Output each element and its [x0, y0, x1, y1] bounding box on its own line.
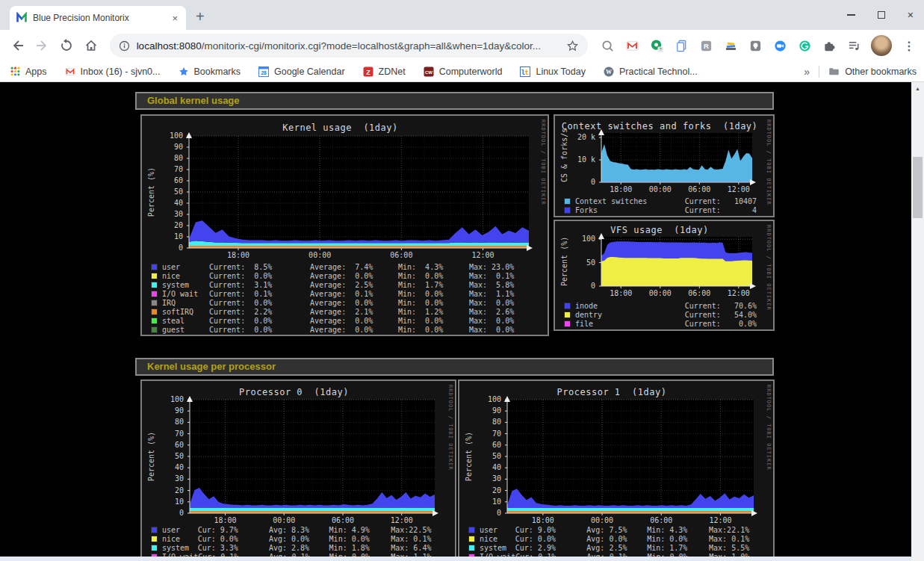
y-tick-label: 50 [459, 453, 501, 460]
y-tick-label: 70 [142, 166, 183, 173]
url-text[interactable]: localhost:8080/monitorix-cgi/monitorix.c… [137, 40, 559, 52]
svg-text:?: ? [659, 46, 662, 52]
y-tick-label: 0 [459, 509, 501, 517]
reload-button[interactable] [56, 35, 77, 56]
legend-swatch [151, 536, 158, 542]
bookmark-item-bookmarks[interactable]: Bookmarks [179, 66, 241, 77]
maximize-button[interactable] [878, 11, 885, 19]
legend-stat: Avg: 8.3% [269, 526, 329, 534]
bookmark-item-inbox[interactable]: Inbox (16) - sjvn0... [65, 66, 161, 77]
tab-close-icon[interactable]: × [170, 13, 180, 24]
bookmark-item-google-calendar[interactable]: 28 Google Calendar [258, 66, 345, 77]
grammarly-icon[interactable] [797, 38, 812, 53]
y-tick-label: 10 k [555, 156, 595, 164]
legend-stat: Current: 10407 [685, 197, 757, 205]
y-tick-label: 100 [142, 396, 184, 403]
kebab-menu-icon[interactable]: ⋮ [902, 38, 917, 53]
extensions-puzzle-icon[interactable] [822, 38, 837, 53]
legend-stat: Min: 1.8% [329, 544, 391, 552]
processor0-graph-panel[interactable]: Processor 0 (1day)Percent (%)01020304050… [140, 379, 456, 557]
legend-series-name: nice [162, 535, 198, 543]
zoom-icon[interactable] [772, 38, 787, 53]
forward-button[interactable] [32, 35, 53, 56]
y-tick-label: 60 [459, 441, 501, 449]
bookmark-item-linux-today[interactable]: lt Linux Today [520, 66, 586, 77]
legend-row-softirq: softIRQCurrent: 2.2%Average: 2.1%Min: 1.… [151, 307, 542, 316]
bookmarks-overflow-chevron[interactable]: » [804, 66, 810, 78]
bookmarks-bar: Apps Inbox (16) - sjvn0... Bookmarks 28 … [0, 61, 924, 82]
x-tick-label: 18:00 [521, 517, 565, 524]
y-tick-label: 80 [142, 155, 183, 162]
legend-stat: Min: 4.3% [398, 263, 469, 271]
legend-swatch [151, 264, 158, 270]
address-bar[interactable]: localhost:8080/monitorix-cgi/monitorix.c… [110, 34, 588, 58]
legend-series-name: steal [162, 317, 209, 325]
y-tick-label: 10 [459, 498, 501, 506]
y-tick-label: 90 [459, 407, 501, 415]
legend-series-name: system [162, 544, 198, 552]
page-info-icon[interactable] [119, 40, 130, 52]
back-button[interactable] [7, 35, 28, 56]
legend-stat: Average: 0.0% [310, 272, 398, 280]
browser-tab[interactable]: Blue Precision Monitorix × [10, 6, 186, 30]
books-icon[interactable] [723, 38, 738, 53]
close-button[interactable]: × [908, 9, 914, 21]
minimize-button[interactable] [847, 14, 855, 16]
legend-stat: Min: 1.2% [398, 308, 469, 316]
legend-row-system: systemCurrent: 3.1%Average: 2.5%Min: 1.7… [151, 280, 542, 289]
legend-swatch [468, 545, 475, 551]
context-switches-graph-panel[interactable]: Context switches and forks (1day)CS & fo… [554, 114, 775, 217]
home-button[interactable] [81, 35, 102, 56]
copy-docs-icon[interactable] [674, 38, 689, 53]
legend-stat: Min: 4.9% [329, 526, 391, 534]
legend-stat: Average: 0.0% [310, 299, 398, 307]
y-tick-label: 90 [142, 143, 183, 151]
bookmark-label: Linux Today [536, 66, 586, 77]
legend-series-name: user [162, 526, 198, 534]
graph-title: VFS usage (1day) [559, 225, 760, 235]
y-tick-label: 0 [555, 179, 595, 186]
y-tick-label: 90 [142, 407, 184, 415]
legend-stat: Max: 5.5% [709, 544, 767, 552]
bookmark-label: ZDNet [379, 66, 406, 77]
rrdtool-watermark: RRDTOOL / TOBI OETIKER [447, 385, 453, 471]
legend-stat: Cur: 0.0% [515, 535, 587, 543]
bookmark-item-apps[interactable]: Apps [10, 66, 47, 77]
x-tick-label: 00:00 [638, 290, 683, 297]
legend-swatch [151, 309, 158, 315]
bookmark-item-computerworld[interactable]: CW Computerworld [424, 66, 503, 77]
y-tick-label: 30 [459, 475, 501, 483]
page-scrollbar[interactable]: ▲ [911, 82, 924, 561]
new-tab-button[interactable]: + [196, 9, 205, 24]
bookmark-item-practical-technology[interactable]: W Practical Technol... [604, 66, 698, 77]
bookmark-item-zdnet[interactable]: Z ZDNet [363, 66, 406, 77]
reader-r-icon[interactable]: R [698, 38, 713, 53]
processor1-graph-panel[interactable]: Processor 1 (1day)Percent (%)01020304050… [458, 379, 775, 557]
legend-row-system: systemCur: 3.3%Avg: 2.8%Min: 1.8%Max: 6.… [151, 543, 449, 552]
graph-title: Processor 0 (1day) [146, 387, 441, 397]
scrollbar-up-arrow[interactable]: ▲ [911, 82, 924, 94]
profile-avatar[interactable] [871, 35, 892, 56]
y-tick-label: 20 [459, 487, 501, 495]
star-icon [179, 66, 189, 77]
gmail-icon[interactable] [624, 38, 639, 53]
legend-stat: Current: 0.0% [685, 320, 757, 328]
legend-stat: Current: 0.1% [209, 290, 310, 298]
extension-icons: ? R ⋮ [600, 35, 917, 56]
wordpress-icon: W [604, 66, 614, 77]
legend-swatch [564, 303, 571, 309]
y-tick-label: 0 [555, 282, 595, 290]
vfs-usage-graph-panel[interactable]: VFS usage (1day)Percent (%)05010018:0000… [554, 220, 775, 331]
kernel-usage-graph-panel[interactable]: Kernel usage (1day)Percent (%)0102030405… [140, 114, 549, 336]
bookmark-star-icon[interactable] [566, 40, 579, 52]
other-bookmarks-button[interactable]: Other bookmarks [828, 66, 917, 77]
browser-toolbar: localhost:8080/monitorix-cgi/monitorix.c… [0, 30, 924, 61]
scrollbar-thumb[interactable] [913, 157, 923, 218]
search-icon[interactable] [600, 38, 615, 53]
legend-stat: Cur: 9.7% [198, 526, 269, 534]
reading-list-icon[interactable] [846, 38, 861, 53]
legend-stat: Min: 0.0% [329, 535, 391, 543]
rrdtool-watermark: RRDTOOL / TOBI OETIKER [766, 385, 772, 471]
google-voice-icon[interactable]: ? [649, 38, 664, 53]
keep-icon[interactable] [748, 38, 763, 53]
